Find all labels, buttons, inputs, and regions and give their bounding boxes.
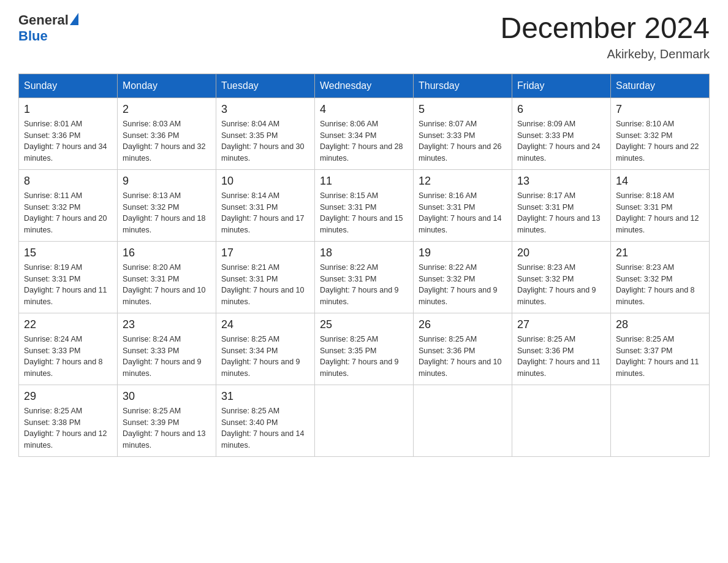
day-number: 24 (221, 318, 309, 331)
day-info: Sunrise: 8:20 AM Sunset: 3:31 PM Dayligh… (123, 262, 211, 308)
day-number: 4 (320, 103, 408, 116)
day-info: Sunrise: 8:18 AM Sunset: 3:31 PM Dayligh… (616, 190, 704, 236)
calendar-cell: 17 Sunrise: 8:21 AM Sunset: 3:31 PM Dayl… (216, 241, 315, 313)
day-number: 1 (24, 103, 112, 116)
weekday-header-saturday: Saturday (611, 74, 710, 98)
calendar-cell: 26 Sunrise: 8:25 AM Sunset: 3:36 PM Dayl… (414, 313, 512, 385)
calendar-cell: 21 Sunrise: 8:23 AM Sunset: 3:32 PM Dayl… (611, 241, 710, 313)
calendar-cell: 6 Sunrise: 8:09 AM Sunset: 3:33 PM Dayli… (512, 98, 611, 169)
day-number: 23 (123, 318, 211, 331)
calendar-cell: 20 Sunrise: 8:23 AM Sunset: 3:32 PM Dayl… (512, 241, 611, 313)
title-area: December 2024 Akirkeby, Denmark (500, 12, 710, 61)
day-number: 17 (221, 247, 309, 259)
day-info: Sunrise: 8:07 AM Sunset: 3:33 PM Dayligh… (419, 118, 507, 164)
calendar-cell: 19 Sunrise: 8:22 AM Sunset: 3:32 PM Dayl… (414, 241, 512, 313)
day-number: 28 (616, 318, 704, 331)
day-number: 30 (123, 390, 211, 403)
day-info: Sunrise: 8:25 AM Sunset: 3:36 PM Dayligh… (517, 334, 605, 380)
calendar-cell: 22 Sunrise: 8:24 AM Sunset: 3:33 PM Dayl… (19, 313, 118, 385)
day-info: Sunrise: 8:24 AM Sunset: 3:33 PM Dayligh… (123, 334, 211, 380)
calendar-cell: 5 Sunrise: 8:07 AM Sunset: 3:33 PM Dayli… (414, 98, 512, 169)
calendar-table: SundayMondayTuesdayWednesdayThursdayFrid… (18, 74, 710, 457)
calendar-cell: 12 Sunrise: 8:16 AM Sunset: 3:31 PM Dayl… (414, 169, 512, 241)
calendar-cell: 9 Sunrise: 8:13 AM Sunset: 3:32 PM Dayli… (118, 169, 216, 241)
day-info: Sunrise: 8:19 AM Sunset: 3:31 PM Dayligh… (24, 262, 112, 308)
day-info: Sunrise: 8:23 AM Sunset: 3:32 PM Dayligh… (616, 262, 704, 308)
logo-blue-text: Blue (18, 28, 48, 44)
day-info: Sunrise: 8:14 AM Sunset: 3:31 PM Dayligh… (221, 190, 309, 236)
calendar-week-row: 1 Sunrise: 8:01 AM Sunset: 3:36 PM Dayli… (19, 98, 710, 169)
weekday-header-friday: Friday (512, 74, 611, 98)
day-number: 5 (419, 103, 507, 116)
day-number: 29 (24, 390, 112, 403)
day-info: Sunrise: 8:25 AM Sunset: 3:38 PM Dayligh… (24, 405, 112, 451)
day-info: Sunrise: 8:16 AM Sunset: 3:31 PM Dayligh… (419, 190, 507, 236)
calendar-cell: 2 Sunrise: 8:03 AM Sunset: 3:36 PM Dayli… (118, 98, 216, 169)
calendar-cell: 15 Sunrise: 8:19 AM Sunset: 3:31 PM Dayl… (19, 241, 118, 313)
day-info: Sunrise: 8:21 AM Sunset: 3:31 PM Dayligh… (221, 262, 309, 308)
calendar-cell: 14 Sunrise: 8:18 AM Sunset: 3:31 PM Dayl… (611, 169, 710, 241)
day-number: 10 (221, 175, 309, 188)
calendar-cell: 13 Sunrise: 8:17 AM Sunset: 3:31 PM Dayl… (512, 169, 611, 241)
day-info: Sunrise: 8:25 AM Sunset: 3:40 PM Dayligh… (221, 405, 309, 451)
day-info: Sunrise: 8:23 AM Sunset: 3:32 PM Dayligh… (517, 262, 605, 308)
logo: General Blue (18, 12, 78, 44)
day-info: Sunrise: 8:25 AM Sunset: 3:35 PM Dayligh… (320, 334, 408, 380)
calendar-cell: 18 Sunrise: 8:22 AM Sunset: 3:31 PM Dayl… (315, 241, 414, 313)
day-number: 3 (221, 103, 309, 116)
calendar-cell: 24 Sunrise: 8:25 AM Sunset: 3:34 PM Dayl… (216, 313, 315, 385)
day-info: Sunrise: 8:22 AM Sunset: 3:32 PM Dayligh… (419, 262, 507, 308)
page-header: General Blue December 2024 Akirkeby, Den… (18, 12, 710, 61)
location-subtitle: Akirkeby, Denmark (500, 47, 710, 61)
day-info: Sunrise: 8:03 AM Sunset: 3:36 PM Dayligh… (123, 118, 211, 164)
day-number: 14 (616, 175, 704, 188)
day-number: 12 (419, 175, 507, 188)
calendar-cell: 1 Sunrise: 8:01 AM Sunset: 3:36 PM Dayli… (19, 98, 118, 169)
weekday-header-row: SundayMondayTuesdayWednesdayThursdayFrid… (19, 74, 710, 98)
calendar-cell (611, 385, 710, 456)
calendar-cell: 28 Sunrise: 8:25 AM Sunset: 3:37 PM Dayl… (611, 313, 710, 385)
day-info: Sunrise: 8:06 AM Sunset: 3:34 PM Dayligh… (320, 118, 408, 164)
calendar-cell: 29 Sunrise: 8:25 AM Sunset: 3:38 PM Dayl… (19, 385, 118, 456)
day-number: 31 (221, 390, 309, 403)
calendar-cell: 31 Sunrise: 8:25 AM Sunset: 3:40 PM Dayl… (216, 385, 315, 456)
calendar-cell: 10 Sunrise: 8:14 AM Sunset: 3:31 PM Dayl… (216, 169, 315, 241)
calendar-cell (512, 385, 611, 456)
day-number: 20 (517, 247, 605, 259)
day-info: Sunrise: 8:25 AM Sunset: 3:34 PM Dayligh… (221, 334, 309, 380)
day-info: Sunrise: 8:09 AM Sunset: 3:33 PM Dayligh… (517, 118, 605, 164)
calendar-week-row: 15 Sunrise: 8:19 AM Sunset: 3:31 PM Dayl… (19, 241, 710, 313)
day-number: 18 (320, 247, 408, 259)
calendar-cell: 4 Sunrise: 8:06 AM Sunset: 3:34 PM Dayli… (315, 98, 414, 169)
day-number: 21 (616, 247, 704, 259)
calendar-cell: 27 Sunrise: 8:25 AM Sunset: 3:36 PM Dayl… (512, 313, 611, 385)
day-number: 11 (320, 175, 408, 188)
calendar-cell: 25 Sunrise: 8:25 AM Sunset: 3:35 PM Dayl… (315, 313, 414, 385)
calendar-week-row: 22 Sunrise: 8:24 AM Sunset: 3:33 PM Dayl… (19, 313, 710, 385)
calendar-cell: 3 Sunrise: 8:04 AM Sunset: 3:35 PM Dayli… (216, 98, 315, 169)
day-info: Sunrise: 8:04 AM Sunset: 3:35 PM Dayligh… (221, 118, 309, 164)
day-number: 25 (320, 318, 408, 331)
day-info: Sunrise: 8:17 AM Sunset: 3:31 PM Dayligh… (517, 190, 605, 236)
month-title: December 2024 (500, 12, 710, 45)
day-info: Sunrise: 8:22 AM Sunset: 3:31 PM Dayligh… (320, 262, 408, 308)
day-number: 26 (419, 318, 507, 331)
day-number: 6 (517, 103, 605, 116)
logo-general-text: General (18, 12, 69, 28)
day-info: Sunrise: 8:25 AM Sunset: 3:37 PM Dayligh… (616, 334, 704, 380)
day-number: 13 (517, 175, 605, 188)
day-number: 27 (517, 318, 605, 331)
day-number: 16 (123, 247, 211, 259)
day-info: Sunrise: 8:01 AM Sunset: 3:36 PM Dayligh… (24, 118, 112, 164)
day-number: 7 (616, 103, 704, 116)
day-number: 9 (123, 175, 211, 188)
calendar-week-row: 8 Sunrise: 8:11 AM Sunset: 3:32 PM Dayli… (19, 169, 710, 241)
day-number: 8 (24, 175, 112, 188)
calendar-cell (414, 385, 512, 456)
calendar-cell: 7 Sunrise: 8:10 AM Sunset: 3:32 PM Dayli… (611, 98, 710, 169)
weekday-header-monday: Monday (118, 74, 216, 98)
day-info: Sunrise: 8:24 AM Sunset: 3:33 PM Dayligh… (24, 334, 112, 380)
weekday-header-tuesday: Tuesday (216, 74, 315, 98)
day-info: Sunrise: 8:10 AM Sunset: 3:32 PM Dayligh… (616, 118, 704, 164)
day-info: Sunrise: 8:11 AM Sunset: 3:32 PM Dayligh… (24, 190, 112, 236)
